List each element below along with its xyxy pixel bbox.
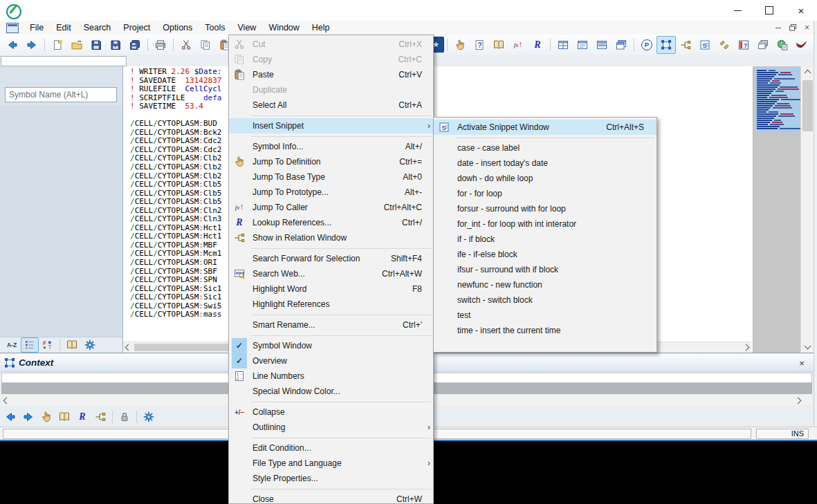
scroll-left-arrow[interactable] [123,342,134,353]
browse-book-button[interactable] [489,36,508,54]
window-menu-item-file-type-and-language[interactable]: File Type and Language› [229,456,433,471]
jump-caller-fx-button[interactable]: fx↑ [508,36,528,54]
window-menu-item-overview[interactable]: ✓Overview [229,353,433,368]
snippet-menu-item-switch-switch-block[interactable]: switch - switch block [434,292,657,308]
window-menu-item-select-all[interactable]: Select AllCtrl+A [229,97,433,113]
window-stack-button[interactable] [753,36,773,54]
print-button[interactable] [151,36,170,54]
sort-az-button[interactable]: A-Z [3,337,21,353]
window-menu-item-jump-to-prototype[interactable]: Jump To Prototype...Alt+- [229,185,433,200]
snippet-menu-item-for-int-for-loop-with-int-interator[interactable]: for_int - for loop with int interator [434,216,657,232]
snippet-menu-item-date-insert-today-s-date[interactable]: date - insert today's date [434,156,657,171]
browse-book-button[interactable] [55,409,73,425]
snippet-menu-item-time-insert-the-current-time[interactable]: time - insert the current time [434,323,657,338]
window-menu-item-highlight-word[interactable]: Highlight WordF8 [229,281,433,297]
lookup-references-r-button[interactable]: R [73,409,91,425]
lookup-references-r-button[interactable]: R [528,36,547,54]
window-menu-item-show-in-relation-window[interactable]: Show in Relation Window [229,230,433,245]
snippet-menu-item-ifsur-surround-with-if-block[interactable]: ifsur - surround with if block [434,262,657,277]
jump-definition-hand-button[interactable] [450,36,470,54]
relation-window-button[interactable] [676,36,695,54]
overview-minimap[interactable] [753,66,801,353]
window-menu-item-smart-rename[interactable]: Smart Rename...Ctrl+' [229,317,433,333]
forward-arrow-button[interactable] [19,409,37,425]
symbol-list-button[interactable] [21,337,39,353]
scroll-right-arrow[interactable] [793,395,803,406]
snippet-menu-item-newfunc-new-function[interactable]: newfunc - new function [434,277,657,292]
window-menu-item-edit-condition[interactable]: Edit Condition... [229,440,433,456]
scroll-thumb[interactable] [802,80,813,131]
forward-arrow-button[interactable] [22,36,42,54]
parse-p-button[interactable]: P [637,36,657,54]
context-window-button[interactable] [657,36,676,54]
window-menu-item-outlining[interactable]: Outlining› [229,420,433,435]
menubar-item-project[interactable]: Project [117,21,156,34]
window-menu-item-close[interactable]: CloseCtrl+W [229,492,433,504]
window-menu-item-highlight-references[interactable]: Highlight References [229,297,433,312]
close-button[interactable]: × [785,0,817,21]
window-menu-item-jump-to-base-type[interactable]: Jump To Base TypeAlt+0 [229,169,433,185]
menubar-item-window[interactable]: Window [262,21,305,34]
save-as-button[interactable]: * [106,36,125,54]
web-page-button[interactable] [773,36,792,54]
window-menu-item-insert-snippet[interactable]: Insert Snippet› [229,118,433,133]
mdi-close-button[interactable]: × [801,23,813,32]
window-menu-item-search-forward-for-selection[interactable]: Search Forward for SelectionShift+F4 [229,251,433,266]
snippet-button[interactable]: S [695,36,715,54]
window-menu-item-lookup-references[interactable]: RLookup References...Ctrl+/ [229,215,433,230]
jump-definition-hand-button[interactable] [37,409,55,425]
editor-vertical-scrollbar[interactable] [800,66,814,353]
minimap-viewport[interactable] [755,68,799,132]
file-filter-input[interactable] [1,56,127,66]
window-menu-item-line-numbers[interactable]: 1.2.Line Numbers [229,368,433,384]
scroll-up-arrow[interactable] [802,68,813,78]
new-file-button[interactable] [48,36,67,54]
refactor-pieces-button[interactable] [715,36,734,54]
symbol-name-input[interactable] [5,87,117,102]
snippet-menu-item-if-if-block[interactable]: if - if block [434,232,657,247]
cut-button[interactable] [176,36,196,54]
split-window-button[interactable] [592,36,612,54]
save-all-button[interactable] [125,36,145,54]
options-gear-button[interactable] [140,409,158,425]
minimize-button[interactable] [722,0,753,21]
window-menu-item-style-properties[interactable]: Style Properties... [229,471,433,486]
browse-book-button[interactable] [63,337,81,353]
symbol-types-button[interactable]: #T [39,337,57,353]
menubar-item-help[interactable]: Help [306,21,336,34]
menubar-item-search[interactable]: Search [77,21,118,34]
cascade-windows-button[interactable] [612,36,631,54]
menubar-item-file[interactable]: File [24,21,50,34]
snippet-menu-item-forsur-surround-with-for-loop[interactable]: forsur - surround with for loop [434,201,657,216]
snippet-menu-item-case-case-label[interactable]: case - case label [434,140,657,156]
menubar-item-tools[interactable]: Tools [199,21,231,34]
snippet-menu-item-activate-snippet-window[interactable]: SActivate Snippet WindowCtrl+Alt+S [434,120,657,135]
window-menu-item-search-web[interactable]: WWWSearch Web...Ctrl+Alt+W [229,266,433,281]
open-file-button[interactable] [67,36,86,54]
help-window-button[interactable]: ? [734,36,753,54]
single-window-button[interactable] [573,36,592,54]
save-button[interactable] [86,36,106,54]
snippet-menu-item-for-for-loop[interactable]: for - for loop [434,186,657,201]
scroll-right-arrow[interactable] [741,342,751,353]
menubar-item-options[interactable]: Options [156,21,199,34]
mdi-restore-button[interactable] [787,23,798,32]
snippet-menu-item-ife-if-else-block[interactable]: ife - if-else block [434,247,657,262]
window-menu-item-paste[interactable]: PasteCtrl+V [229,67,433,82]
window-menu-item-jump-to-definition[interactable]: Jump To DefinitionCtrl+= [229,154,433,169]
back-arrow-button[interactable] [3,36,22,54]
back-arrow-button[interactable] [1,409,19,425]
snippet-menu-item-dowh-do-while-loop[interactable]: dowh - do while loop [434,171,657,186]
menubar-item-view[interactable]: View [232,21,263,34]
window-menu-item-symbol-info[interactable]: Symbol Info...Alt+/ [229,139,433,154]
hawk-button[interactable] [792,36,811,54]
mdi-minimize-button[interactable] [772,23,784,32]
window-menu-item-special-window-color[interactable]: Special Window Color... [229,384,433,399]
scroll-left-arrow[interactable] [1,395,12,406]
window-menu-item-collapse[interactable]: +/–Collapse [229,404,433,420]
symbol-info-button[interactable]: ? [470,36,489,54]
symbol-list[interactable] [0,105,122,337]
window-menu-item-jump-to-caller[interactable]: fx↑Jump To CallerCtrl+Alt+C [229,200,433,215]
copy-button[interactable] [196,36,215,54]
snippet-menu-item-test[interactable]: test [434,308,657,323]
